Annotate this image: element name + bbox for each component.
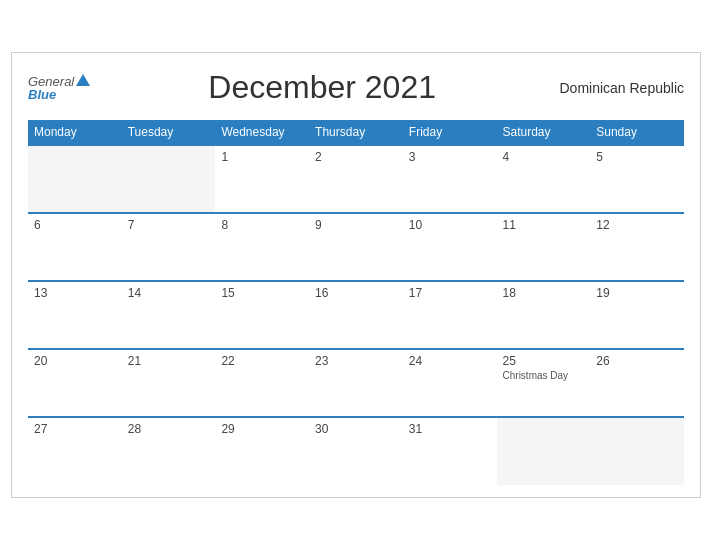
weekday-header: Tuesday [122,120,216,145]
calendar-cell: 10 [403,213,497,281]
day-number: 14 [128,286,210,300]
day-number: 7 [128,218,210,232]
calendar-week-row: 6789101112 [28,213,684,281]
day-number: 21 [128,354,210,368]
day-number: 12 [596,218,678,232]
holiday-name: Christmas Day [503,370,585,381]
day-number: 28 [128,422,210,436]
calendar-cell: 14 [122,281,216,349]
calendar-cell [497,417,591,485]
calendar-cell: 13 [28,281,122,349]
calendar-cell: 26 [590,349,684,417]
day-number: 9 [315,218,397,232]
calendar-cell: 24 [403,349,497,417]
calendar-cell: 17 [403,281,497,349]
calendar-header: General Blue December 2021 Dominican Rep… [28,69,684,106]
calendar-container: General Blue December 2021 Dominican Rep… [11,52,701,498]
day-number: 30 [315,422,397,436]
calendar-cell: 3 [403,145,497,213]
calendar-cell: 23 [309,349,403,417]
weekday-header: Thursday [309,120,403,145]
calendar-cell: 19 [590,281,684,349]
calendar-cell: 8 [215,213,309,281]
day-number: 22 [221,354,303,368]
logo: General Blue [28,75,90,101]
calendar-cell: 30 [309,417,403,485]
calendar-cell: 21 [122,349,216,417]
day-number: 5 [596,150,678,164]
weekday-header: Saturday [497,120,591,145]
day-number: 15 [221,286,303,300]
calendar-cell: 1 [215,145,309,213]
calendar-cell: 20 [28,349,122,417]
calendar-cell: 11 [497,213,591,281]
calendar-cell: 15 [215,281,309,349]
day-number: 24 [409,354,491,368]
calendar-cell: 12 [590,213,684,281]
day-number: 16 [315,286,397,300]
day-number: 19 [596,286,678,300]
calendar-grid: MondayTuesdayWednesdayThursdayFridaySatu… [28,120,684,485]
calendar-cell: 4 [497,145,591,213]
calendar-cell: 7 [122,213,216,281]
day-number: 3 [409,150,491,164]
calendar-cell: 18 [497,281,591,349]
weekday-header: Monday [28,120,122,145]
calendar-cell: 2 [309,145,403,213]
calendar-cell: 31 [403,417,497,485]
calendar-cell: 22 [215,349,309,417]
day-number: 10 [409,218,491,232]
day-number: 18 [503,286,585,300]
weekday-header-row: MondayTuesdayWednesdayThursdayFridaySatu… [28,120,684,145]
day-number: 23 [315,354,397,368]
calendar-country: Dominican Republic [554,80,684,96]
calendar-cell [122,145,216,213]
calendar-cell [28,145,122,213]
logo-blue-text: Blue [28,88,90,101]
day-number: 29 [221,422,303,436]
day-number: 27 [34,422,116,436]
calendar-cell: 28 [122,417,216,485]
calendar-cell: 5 [590,145,684,213]
day-number: 31 [409,422,491,436]
day-number: 6 [34,218,116,232]
calendar-week-row: 12345 [28,145,684,213]
day-number: 11 [503,218,585,232]
calendar-week-row: 202122232425Christmas Day26 [28,349,684,417]
calendar-cell: 9 [309,213,403,281]
calendar-cell [590,417,684,485]
weekday-header: Sunday [590,120,684,145]
day-number: 4 [503,150,585,164]
day-number: 26 [596,354,678,368]
day-number: 20 [34,354,116,368]
calendar-title: December 2021 [90,69,554,106]
calendar-week-row: 13141516171819 [28,281,684,349]
day-number: 13 [34,286,116,300]
calendar-cell: 27 [28,417,122,485]
day-number: 2 [315,150,397,164]
weekday-header: Wednesday [215,120,309,145]
calendar-cell: 16 [309,281,403,349]
logo-general-text: General [28,75,74,88]
calendar-cell: 25Christmas Day [497,349,591,417]
calendar-cell: 29 [215,417,309,485]
weekday-header: Friday [403,120,497,145]
day-number: 25 [503,354,585,368]
calendar-cell: 6 [28,213,122,281]
calendar-week-row: 2728293031 [28,417,684,485]
day-number: 8 [221,218,303,232]
day-number: 17 [409,286,491,300]
day-number: 1 [221,150,303,164]
logo-triangle-icon [76,74,90,86]
